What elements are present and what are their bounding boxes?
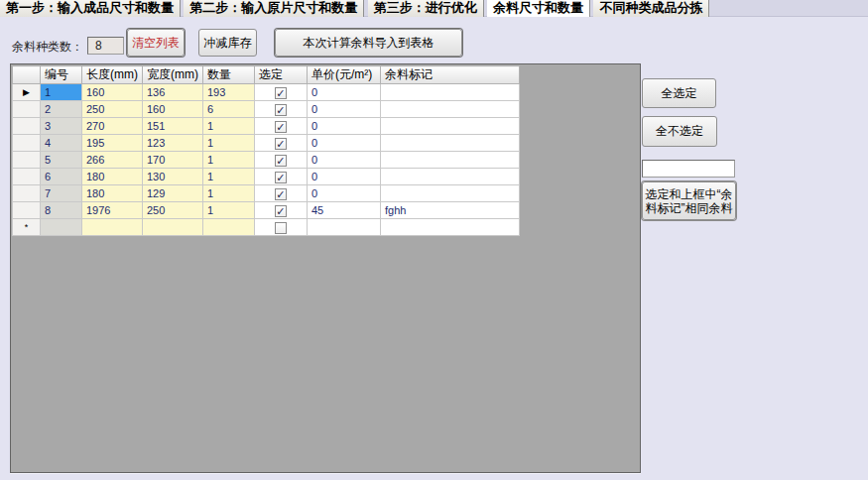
current-row-arrow-icon[interactable]: ▶ [13, 84, 41, 101]
column-header-id[interactable]: 编号 [41, 66, 82, 84]
row-selector[interactable] [13, 185, 41, 202]
row-selector[interactable] [13, 101, 41, 118]
selected-checkbox[interactable]: ✓ [275, 155, 287, 167]
cell-width[interactable]: 160 [142, 101, 202, 118]
cell-id[interactable]: 2 [41, 101, 82, 118]
column-header-width[interactable]: 宽度(mm) [142, 66, 202, 84]
cell-qty[interactable]: 1 [202, 152, 254, 169]
cell-qty[interactable]: 1 [202, 118, 254, 135]
column-header-qty[interactable]: 数量 [202, 66, 254, 84]
cell-mark[interactable] [380, 118, 519, 135]
cell-width[interactable]: 250 [142, 202, 202, 219]
cell-mark[interactable] [380, 84, 519, 101]
remnant-type-count-label: 余料种类数： [12, 39, 83, 56]
table-row: 3 270 151 1 ✓ 0 [13, 118, 520, 135]
new-row-asterisk-icon[interactable]: * [13, 219, 41, 236]
cell-price[interactable]: 0 [307, 84, 380, 101]
cell-id[interactable]: 6 [41, 169, 82, 185]
cell-id[interactable]: 7 [41, 185, 82, 202]
cell-qty[interactable]: 1 [202, 135, 254, 152]
cell-width[interactable]: 123 [142, 135, 202, 152]
cell-width[interactable]: 129 [142, 185, 202, 202]
cell-selected: ✓ [254, 101, 307, 118]
cell-id[interactable]: 8 [41, 202, 82, 219]
cell-length[interactable]: 1976 [82, 202, 143, 219]
cell-width[interactable]: 130 [142, 169, 202, 185]
remnant-type-count-field[interactable]: 8 [87, 37, 124, 55]
clear-list-button[interactable]: 清空列表 [127, 29, 185, 57]
cell-length[interactable]: 180 [82, 169, 143, 185]
cell-id[interactable]: 5 [41, 152, 82, 169]
table-new-row: * [13, 219, 520, 236]
cell-price[interactable] [307, 219, 380, 236]
row-selector[interactable] [13, 135, 41, 152]
tab-step3-optimize[interactable]: 第三步：进行优化 [368, 0, 484, 17]
selected-checkbox[interactable]: ✓ [275, 188, 287, 200]
cell-qty[interactable]: 1 [202, 169, 254, 185]
cell-length[interactable] [82, 219, 143, 236]
cell-width[interactable] [142, 219, 202, 236]
table-row: 6 180 130 1 ✓ 0 [13, 169, 520, 185]
select-same-mark-button[interactable]: 选定和上框中“余料标记”相同余料 [642, 181, 736, 220]
cell-mark[interactable] [380, 135, 519, 152]
select-all-button[interactable]: 全选定 [642, 78, 716, 108]
column-header-length[interactable]: 长度(mm) [82, 66, 143, 84]
row-selector[interactable] [13, 118, 41, 135]
cell-mark[interactable] [380, 101, 519, 118]
cell-width[interactable]: 170 [142, 152, 202, 169]
cell-price[interactable]: 0 [307, 118, 380, 135]
mark-filter-input[interactable] [642, 160, 735, 178]
import-remnants-button[interactable]: 本次计算余料导入到表格 [275, 29, 462, 57]
selected-checkbox[interactable]: ✓ [275, 138, 287, 150]
cell-length[interactable]: 180 [82, 185, 143, 202]
cell-mark[interactable] [380, 185, 519, 202]
tab-remnant-sizes[interactable]: 余料尺寸和数量 [487, 0, 590, 17]
selected-checkbox[interactable]: ✓ [275, 87, 287, 99]
selected-checkbox[interactable]: ✓ [275, 205, 287, 217]
deselect-all-button[interactable]: 全不选定 [642, 116, 717, 147]
cell-length[interactable]: 160 [82, 84, 143, 101]
tab-step1-finished-sizes[interactable]: 第一步：输入成品尺寸和数量 [0, 0, 181, 17]
cell-qty[interactable]: 193 [202, 84, 254, 101]
cell-price[interactable]: 0 [307, 169, 380, 185]
cell-length[interactable]: 266 [82, 152, 143, 169]
cell-id[interactable]: 4 [41, 135, 82, 152]
cell-mark[interactable] [380, 219, 519, 236]
column-header-mark[interactable]: 余料标记 [380, 66, 519, 84]
row-selector[interactable] [13, 169, 41, 185]
cell-qty[interactable]: 6 [202, 101, 254, 118]
cell-length[interactable]: 250 [82, 101, 143, 118]
cell-mark[interactable]: fghh [380, 202, 519, 219]
selected-checkbox[interactable]: ✓ [275, 104, 287, 116]
cell-price[interactable]: 45 [307, 202, 380, 219]
column-header-price[interactable]: 单价(元/m²) [307, 66, 380, 84]
cell-mark[interactable] [380, 152, 519, 169]
selected-checkbox[interactable]: ✓ [275, 121, 287, 133]
cell-qty[interactable]: 1 [202, 202, 254, 219]
cell-qty[interactable] [202, 219, 254, 236]
cell-selected: ✓ [254, 118, 307, 135]
selected-checkbox[interactable]: ✓ [275, 172, 287, 183]
cell-width[interactable]: 151 [142, 118, 202, 135]
cell-price[interactable]: 0 [307, 135, 380, 152]
cell-width[interactable]: 136 [142, 84, 202, 101]
column-header-selected[interactable]: 选定 [254, 66, 307, 84]
tab-sorting[interactable]: 不同种类成品分拣 [593, 0, 709, 17]
cell-length[interactable]: 195 [82, 135, 143, 152]
tab-step2-sheet-sizes[interactable]: 第二步：输入原片尺寸和数量 [184, 0, 364, 17]
cell-length[interactable]: 270 [82, 118, 143, 135]
selected-checkbox[interactable] [275, 222, 287, 234]
cell-selected: ✓ [254, 135, 307, 152]
deduct-stock-button[interactable]: 冲减库存 [198, 29, 257, 57]
row-selector[interactable] [13, 202, 41, 219]
cell-qty[interactable]: 1 [202, 185, 254, 202]
cell-price[interactable]: 0 [307, 185, 380, 202]
cell-price[interactable]: 0 [307, 152, 380, 169]
cell-id[interactable]: 1 [41, 84, 82, 101]
cell-id[interactable] [41, 219, 82, 236]
cell-id[interactable]: 3 [41, 118, 82, 135]
cell-price[interactable]: 0 [307, 101, 380, 118]
table-row: 5 266 170 1 ✓ 0 [13, 152, 520, 169]
cell-mark[interactable] [380, 169, 519, 185]
row-selector[interactable] [13, 152, 41, 169]
